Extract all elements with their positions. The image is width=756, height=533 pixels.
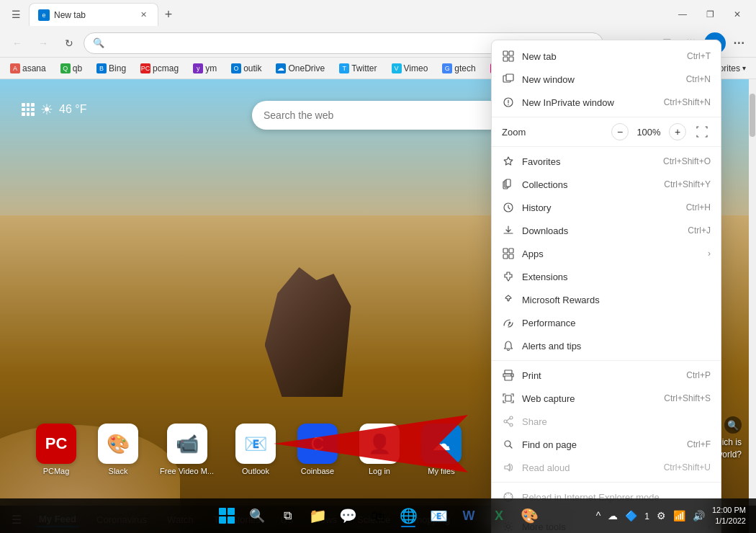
menu-extensions[interactable]: Extensions [492,265,721,288]
app-icon-slack[interactable]: 🎨 Slack [98,424,138,475]
bluetooth-icon[interactable]: 🔷 [624,509,639,523]
app-icon-pcmag[interactable]: PC PCMag [36,424,76,475]
app-icon-coinbase[interactable]: C Coinbase [297,424,338,475]
menu-find[interactable]: Find on page Ctrl+F [492,433,721,456]
context-menu: New tab Ctrl+T New window Ctrl+N New InP… [491,40,721,533]
taskbar-slack-btn[interactable]: 🎨 [516,503,542,529]
minimize-btn[interactable]: — [670,3,696,26]
app-icon-login[interactable]: 👤 Log in [359,424,400,475]
bookmark-asana[interactable]: A asana [6,62,50,75]
menu-webcapture[interactable]: Web capture Ctrl+Shift+S [492,387,721,410]
taskbar-outlook-btn[interactable]: 📧 [426,503,451,529]
new-tab-shortcut: Ctrl+T [687,51,711,61]
bookmark-bing-label: Bing [109,63,126,73]
bookmark-bing[interactable]: B Bing [92,62,130,75]
grid-dot [27,112,30,116]
settings-tray-icon[interactable]: ⚙ [655,509,667,523]
menu-apps[interactable]: Apps › [492,242,721,265]
taskbar-store-btn[interactable]: 🛍 [365,503,391,529]
menu-alerts[interactable]: Alerts and tips [492,334,721,357]
volume-icon[interactable]: 🔊 [691,509,706,523]
settings-more-btn[interactable]: ⋯ [727,32,750,55]
read-aloud-shortcut: Ctrl+Shift+U [664,462,711,472]
menu-collections[interactable]: Collections Ctrl+Shift+Y [492,173,721,196]
info-icon: 🔍 [724,416,742,434]
sidebar-toggle-btn[interactable]: ☰ [6,4,26,24]
menu-print[interactable]: Print Ctrl+P [492,364,721,387]
grid-menu-icon[interactable] [22,103,35,116]
back-btn[interactable]: ← [6,32,29,55]
onedrive-tray-icon[interactable]: ☁ [606,509,619,523]
taskbar-taskview-btn[interactable]: ⧉ [274,503,300,529]
menu-rewards[interactable]: Microsoft Rewards [492,288,721,311]
bookmark-onedrive-label: OneDrive [288,63,325,73]
menu-inprivate[interactable]: New InPrivate window Ctrl+Shift+N [492,91,721,114]
wifi-icon[interactable]: 📶 [672,509,687,523]
myfiles-label: My files [428,467,454,475]
zoom-fullscreen-btn[interactable] [693,123,711,140]
restore-btn[interactable]: ❐ [697,3,723,26]
grid-dot [31,108,35,112]
taskbar-edge-btn[interactable]: 🌐 [395,503,421,529]
zoom-in-btn[interactable]: + [669,123,686,140]
extensions-label: Extensions [522,272,711,282]
bookmark-pcmag[interactable]: PC pcmag [136,62,183,75]
outlook-taskbar-icon: 📧 [430,507,448,524]
qb-icon: Q [60,63,71,73]
scrollbar[interactable] [749,79,756,533]
zoom-out-btn[interactable]: − [611,123,629,140]
print-label: Print [522,370,679,381]
app-icon-myfiles[interactable]: ☁ My files [421,424,462,475]
favorites-menu-label: Favorites [522,156,656,167]
bookmark-ym[interactable]: y ym [189,62,221,75]
app-icon-video[interactable]: 📹 Free Video M... [160,424,214,475]
close-btn[interactable]: ✕ [724,3,750,26]
menu-performance[interactable]: Performance [492,311,721,334]
web-search-input[interactable] [264,109,492,121]
forward-btn[interactable]: → [32,32,55,55]
active-tab[interactable]: e New tab ✕ [29,3,158,26]
outlook-label: Outlook [242,467,269,475]
active-indicator [401,526,415,527]
taskbar-explorer-btn[interactable]: 📁 [305,503,330,529]
bookmark-vimeo-label: Vimeo [404,63,428,73]
new-tab-label: New tab [522,51,680,62]
bookmark-vimeo[interactable]: V Vimeo [387,62,433,75]
svg-rect-13 [509,248,513,253]
search-bar[interactable] [252,101,504,130]
bookmark-twitter[interactable]: T Twitter [335,62,381,75]
start-button[interactable] [214,503,240,529]
datetime-display[interactable]: 12:00 PM 1/1/2022 [711,503,747,529]
taskview-icon: ⧉ [284,509,292,522]
bookmark-gtech[interactable]: G gtech [438,62,480,75]
tab-close-btn[interactable]: ✕ [138,9,149,21]
date: 1/1/2022 [712,516,746,527]
menu-downloads[interactable]: Downloads Ctrl+J [492,219,721,242]
bookmark-qb[interactable]: Q qb [56,62,86,75]
ym-icon: y [193,63,203,73]
notification-badge[interactable]: 1 [643,509,651,523]
menu-history[interactable]: History Ctrl+H [492,196,721,219]
bookmark-onedrive[interactable]: ☁ OneDrive [271,62,329,75]
scrollbar-thumb[interactable] [750,94,755,137]
zoom-controls: − 100% + [611,123,686,140]
show-hidden-btn[interactable]: ^ [595,509,603,523]
menu-new-tab[interactable]: New tab Ctrl+T [492,45,721,68]
asana-icon: A [10,63,20,73]
menu-new-window[interactable]: New window Ctrl+N [492,68,721,91]
zoom-label: Zoom [502,127,604,138]
twitter-icon: T [339,63,349,73]
new-tab-btn[interactable]: + [158,4,179,24]
refresh-btn[interactable]: ↻ [58,32,81,55]
taskbar-excel-btn[interactable]: X [486,503,512,529]
bookmark-outik[interactable]: O outik [227,62,266,75]
taskbar-word-btn[interactable]: W [456,503,482,529]
grid-dot [27,108,30,112]
find-label: Find on page [522,439,680,450]
menu-favorites[interactable]: Favorites Ctrl+Shift+O [492,150,721,173]
taskbar-teams-btn[interactable]: 💬 [335,503,361,529]
app-icon-outlook[interactable]: 📧 Outlook [235,424,276,475]
divider-1 [492,117,721,117]
taskbar-search-btn[interactable]: 🔍 [244,503,270,529]
word-icon: W [463,509,475,524]
